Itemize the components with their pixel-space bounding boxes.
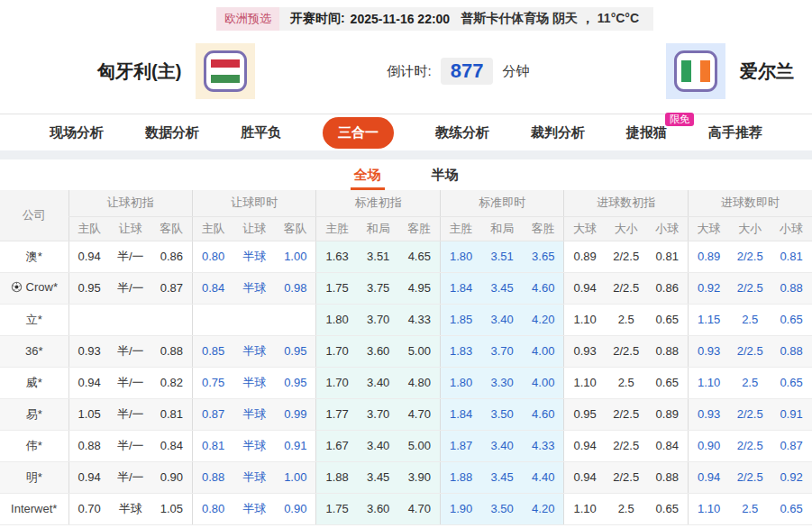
- standard-live-draw-cell: 3.45: [481, 272, 523, 304]
- company-name: 威*: [26, 376, 42, 389]
- table-row: 明*0.94半/一0.900.88半球1.001.883.453.901.883…: [0, 461, 812, 493]
- goals-initial-line-cell: 2/2.5: [606, 461, 647, 493]
- goals-initial-over-cell: 0.94: [564, 461, 606, 493]
- column-header: 让球: [233, 216, 275, 241]
- group-header-goals-live: 进球数即时: [688, 190, 812, 216]
- goals-initial-under-cell: 0.65: [647, 493, 689, 524]
- handicap-live-home-cell: 0.75: [192, 367, 233, 398]
- company-name: 澳*: [26, 250, 42, 263]
- goals-live-over-cell: 0.89: [688, 241, 729, 272]
- standard-live-win-cell: 1.84: [440, 272, 481, 304]
- standard-initial-lose-cell: 4.33: [399, 304, 441, 335]
- nav-item-expert-picks[interactable]: 高手推荐: [708, 124, 762, 141]
- handicap-live-line-cell: 半球: [233, 272, 275, 304]
- handicap-initial-away-cell: [151, 304, 193, 335]
- nav-item-three-in-one[interactable]: 三合一: [323, 117, 394, 149]
- group-header-standard-initial: 标准初指: [316, 190, 440, 216]
- handicap-initial-line-cell: 半/一: [110, 272, 151, 304]
- soccer-ball-icon: [11, 281, 23, 296]
- handicap-live-line-cell: 半球: [233, 461, 275, 493]
- countdown-unit: 分钟: [502, 63, 529, 80]
- company-cell: 易*: [0, 398, 68, 430]
- handicap-live-home-cell: 0.80: [192, 493, 233, 524]
- nav-item-win-draw-loss[interactable]: 胜平负: [241, 124, 281, 141]
- standard-live-lose-cell: 3.65: [523, 241, 564, 272]
- handicap-live-home-cell: [192, 304, 233, 335]
- column-header: 和局: [358, 216, 399, 241]
- standard-live-draw-cell: 3.40: [481, 430, 523, 461]
- goals-initial-under-cell: 0.89: [647, 398, 689, 430]
- tab-full-match[interactable]: 全场: [351, 167, 385, 190]
- goals-initial-over-cell: 1.10: [564, 304, 606, 335]
- goals-initial-line-cell: 2.5: [606, 367, 647, 398]
- nav-item-live-analysis[interactable]: 现场分析: [50, 124, 104, 141]
- handicap-initial-away-cell: 0.90: [151, 461, 193, 493]
- standard-initial-lose-cell: 3.90: [399, 461, 441, 493]
- goals-live-over-cell: 0.92: [688, 272, 729, 304]
- handicap-live-line-cell: 半球: [233, 241, 275, 272]
- goals-initial-under-cell: 0.81: [647, 241, 689, 272]
- page: 欧洲预选 开赛时间: 2025-11-16 22:00 普斯卡什体育场 阴天 ，…: [0, 0, 812, 528]
- company-cell: 澳*: [0, 241, 68, 272]
- standard-live-draw-cell: 3.45: [481, 461, 523, 493]
- goals-initial-line-cell: 2.5: [606, 493, 647, 524]
- standard-initial-win-cell: 1.75: [316, 493, 358, 524]
- handicap-live-line-cell: 半球: [233, 493, 275, 524]
- goals-initial-line-cell: 2/2.5: [606, 335, 647, 367]
- goals-live-line-cell: 2.5: [729, 304, 771, 335]
- kickoff-label: 开赛时间:: [290, 11, 345, 27]
- column-header: 客队: [151, 216, 193, 241]
- league-badge: 欧洲预选: [216, 7, 279, 31]
- handicap-initial-home-cell: 1.05: [68, 398, 110, 430]
- column-header: 大球: [564, 216, 606, 241]
- handicap-live-home-cell: 0.84: [192, 272, 233, 304]
- handicap-live-away-cell: 0.90: [275, 493, 316, 524]
- goals-initial-over-cell: 0.95: [564, 398, 606, 430]
- standard-initial-win-cell: 1.75: [316, 272, 358, 304]
- standard-initial-lose-cell: 4.70: [399, 398, 441, 430]
- handicap-initial-home-cell: [68, 304, 110, 335]
- goals-initial-under-cell: 0.84: [647, 430, 689, 461]
- standard-live-draw-cell: 3.50: [481, 398, 523, 430]
- handicap-live-home-cell: 0.80: [192, 241, 233, 272]
- group-header-handicap-initial: 让球初指: [68, 190, 192, 216]
- goals-live-over-cell: 0.94: [688, 461, 729, 493]
- handicap-live-away-cell: 1.00: [275, 461, 316, 493]
- goals-initial-over-cell: 1.10: [564, 367, 606, 398]
- company-name: 36*: [25, 344, 43, 358]
- table-row: Interwet*0.70半球1.050.80半球0.901.753.604.7…: [0, 493, 812, 524]
- standard-live-lose-cell: 4.00: [523, 367, 564, 398]
- nav-item-data-analysis[interactable]: 数据分析: [145, 124, 199, 141]
- nav-item-jiebao-cat[interactable]: 捷报猫 限免: [626, 124, 667, 141]
- handicap-initial-line-cell: 半/一: [110, 461, 151, 493]
- company-name: 易*: [26, 407, 42, 421]
- limited-free-badge: 限免: [665, 113, 694, 126]
- standard-initial-draw-cell: 3.40: [358, 430, 399, 461]
- group-header-goals-initial: 进球数初指: [564, 190, 688, 216]
- standard-live-win-cell: 1.83: [440, 335, 481, 367]
- standard-initial-draw-cell: 3.51: [358, 241, 399, 272]
- standard-live-win-cell: 1.80: [440, 241, 481, 272]
- handicap-initial-away-cell: 0.84: [151, 430, 193, 461]
- standard-live-draw-cell: 3.50: [481, 493, 523, 524]
- tab-half-match[interactable]: 半场: [428, 167, 462, 190]
- nav-bar: 现场分析 数据分析 胜平负 三合一 教练分析 裁判分析 捷报猫 限免 高手推荐: [0, 114, 812, 150]
- handicap-live-away-cell: 0.91: [275, 430, 316, 461]
- handicap-initial-home-cell: 0.95: [68, 272, 110, 304]
- goals-initial-line-cell: 2/2.5: [606, 398, 647, 430]
- standard-live-lose-cell: 4.00: [523, 335, 564, 367]
- standard-live-lose-cell: 4.60: [523, 272, 564, 304]
- goals-live-under-cell: 0.65: [771, 304, 812, 335]
- nav-item-referee-analysis[interactable]: 裁判分析: [531, 124, 585, 141]
- column-header: 客胜: [523, 216, 564, 241]
- handicap-initial-away-cell: 0.87: [151, 272, 193, 304]
- handicap-initial-home-cell: 0.94: [68, 367, 110, 398]
- handicap-live-away-cell: 0.98: [275, 272, 316, 304]
- nav-item-coach-analysis[interactable]: 教练分析: [435, 124, 489, 141]
- standard-live-draw-cell: 3.30: [481, 367, 523, 398]
- standard-initial-lose-cell: 4.80: [399, 367, 441, 398]
- handicap-live-away-cell: 0.95: [275, 335, 316, 367]
- goals-initial-line-cell: 2/2.5: [606, 430, 647, 461]
- home-team-name: 匈牙利(主): [97, 59, 181, 84]
- goals-live-under-cell: 0.65: [771, 493, 812, 524]
